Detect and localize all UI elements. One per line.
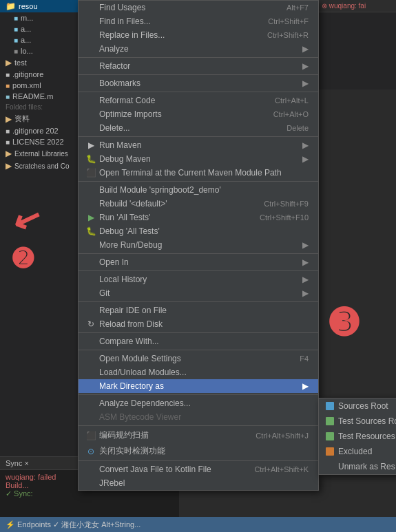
menu-item-optimize_imports[interactable]: Optimize ImportsCtrl+Alt+O — [79, 107, 318, 121]
sidebar-item-resou[interactable]: 📁 resou — [0, 0, 79, 12]
menu-item-open_terminal_at_the_current_m[interactable]: ⬛Open Terminal at the Current Maven Modu… — [79, 166, 318, 180]
sidebar-item-scratches[interactable]: ▶ Scratches and Co — [0, 160, 79, 172]
sidebar-item-folded: Folded files: — [0, 102, 79, 112]
menu-item-label: Debug Maven — [99, 154, 297, 164]
menu-item-local_history[interactable]: Local History▶ — [79, 273, 318, 286]
menu-item-compare_with...[interactable]: Compare With... — [79, 334, 318, 348]
sidebar-item-gitignore2[interactable]: ■ .gitignore 202 — [0, 125, 79, 136]
file-icon: ■ — [14, 47, 18, 55]
menu-item-label: Find Usages — [99, 3, 273, 12]
menu-item-shortcut: Delete — [286, 124, 309, 132]
submenu-item-excluded[interactable]: Excluded — [319, 444, 396, 459]
menu-item-label: Mark Directory as — [99, 381, 297, 391]
menu-item-label: Run Maven — [99, 140, 297, 150]
menu-separator-30 — [79, 332, 318, 333]
sidebar-item-gitignore[interactable]: ■ .gitignore — [0, 69, 79, 80]
right-panel-header: ⊗ wuqiang: fai — [317, 0, 396, 12]
menu-item-shortcut: Ctrl+Shift+R — [267, 31, 309, 39]
menu-item-shortcut: Ctrl+Alt+L — [275, 96, 309, 105]
menu-item-label: Open Module Settings — [99, 354, 286, 363]
submenu-color-indicator — [326, 402, 334, 410]
menu-separator-32 — [79, 350, 318, 350]
menu-item-replace_in_files...[interactable]: Replace in Files...Ctrl+Shift+R — [79, 28, 318, 42]
menu-item-shortcut: Ctrl+Shift+F10 — [260, 213, 309, 222]
sidebar-item-ziliao[interactable]: ▶ 资料 — [0, 112, 79, 125]
menu-item-jrebel[interactable]: JRebel — [79, 476, 318, 490]
menu-item-label: More Run/Debug — [99, 240, 297, 250]
menu-item-asm_bytecode_viewer[interactable]: ASM Bytecode Viewer — [79, 410, 318, 424]
menu-item-rebuild_'<default>'[interactable]: Rebuild '<default>'Ctrl+Shift+F9 — [79, 197, 318, 211]
menu-separator-12 — [79, 136, 318, 137]
menu-item-label: Rebuild '<default>' — [99, 199, 250, 209]
submenu-arrow-icon: ▶ — [302, 275, 309, 284]
menu-item-build_module_'springboot2_demo[interactable]: Build Module 'springboot2_demo' — [79, 183, 318, 197]
menu-item-find_in_files...[interactable]: Find in Files...Ctrl+Shift+F — [79, 14, 318, 28]
menu-item-label: Git — [99, 288, 297, 298]
menu-item-label: Optimize Imports — [99, 109, 260, 119]
submenu-item-label: Excluded — [338, 447, 372, 456]
menu-item-label: ASM Bytecode Viewer — [99, 412, 309, 422]
menu-item-reformat_code[interactable]: Reformat CodeCtrl+Alt+L — [79, 94, 318, 107]
menu-item-label: Repair IDE on File — [99, 306, 309, 315]
menu-item-label: Refactor — [99, 61, 297, 71]
menu-item-load/unload_modules...[interactable]: Load/Unload Modules... — [79, 365, 318, 379]
menu-item-debug_maven[interactable]: 🐛Debug Maven▶ — [79, 152, 318, 166]
sidebar-item-test[interactable]: ▶ test — [0, 56, 79, 69]
submenu-item-test_resources[interactable]: Test Resources — [319, 429, 396, 444]
sidebar-item-a2[interactable]: ■ a... — [0, 34, 79, 45]
menu-separator-42 — [79, 460, 318, 461]
menu-item-label: Analyze — [99, 44, 297, 54]
menu-item-编码规约扫描[interactable]: ⬛编码规约扫描Ctrl+Alt+Shift+J — [79, 427, 318, 443]
sidebar-item-a1[interactable]: ■ a... — [0, 23, 79, 34]
menu-item-git[interactable]: Git▶ — [79, 286, 318, 300]
menu-item-icon: ↻ — [85, 319, 96, 329]
submenu-arrow-icon: ▶ — [302, 288, 309, 298]
menu-item-关闭实时检测功能[interactable]: ⊙关闭实时检测功能 — [79, 443, 318, 459]
menu-item-refactor[interactable]: Refactor▶ — [79, 59, 318, 73]
menu-separator-39 — [79, 425, 318, 426]
menu-item-label: Convert Java File to Kotlin File — [99, 465, 240, 474]
menu-item-repair_ide_on_file[interactable]: Repair IDE on File — [79, 304, 318, 317]
submenu-arrow-icon: ▶ — [302, 240, 309, 250]
menu-item-find_usages[interactable]: Find UsagesAlt+F7 — [79, 1, 318, 14]
menu-item-open_in[interactable]: Open In▶ — [79, 255, 318, 269]
menu-item-bookmarks[interactable]: Bookmarks▶ — [79, 76, 318, 90]
context-menu: Find UsagesAlt+F7Find in Files...Ctrl+Sh… — [78, 0, 319, 491]
menu-item-analyze_dependencies...[interactable]: Analyze Dependencies... — [79, 396, 318, 410]
menu-item-reload_from_disk[interactable]: ↻Reload from Disk — [79, 317, 318, 331]
submenu-arrow-icon: ▶ — [302, 44, 309, 54]
file-icon: ■ — [14, 36, 18, 44]
menu-item-analyze[interactable]: Analyze▶ — [79, 42, 318, 56]
menu-item-label: Compare With... — [99, 337, 309, 346]
submenu-item-test_sources_ro[interactable]: Test Sources Ro — [319, 414, 396, 429]
sidebar: 📁 resou ■ m... ■ a... ■ a... ■ lo... ▶ t… — [0, 0, 79, 532]
menu-item-more_run/debug[interactable]: More Run/Debug▶ — [79, 238, 318, 252]
menu-separator-16 — [79, 181, 318, 182]
menu-item-debug_'all_tests'[interactable]: 🐛Debug 'All Tests' — [79, 224, 318, 238]
menu-item-label: Reformat Code — [99, 96, 261, 105]
menu-item-label: JRebel — [99, 478, 309, 488]
menu-item-run_'all_tests'[interactable]: ▶Run 'All Tests'Ctrl+Shift+F10 — [79, 211, 318, 224]
sidebar-item-pomxml[interactable]: ■ pom.xml — [0, 80, 79, 91]
folder-icon: ▶ — [6, 149, 12, 158]
menu-item-label: Reload from Disk — [99, 319, 309, 329]
sidebar-item-lo[interactable]: ■ lo... — [0, 45, 79, 56]
folder-icon: ▶ — [6, 114, 12, 124]
sidebar-item-m[interactable]: ■ m... — [0, 12, 79, 23]
menu-item-delete...[interactable]: Delete...Delete — [79, 121, 318, 135]
submenu-arrow-icon: ▶ — [302, 257, 309, 267]
menu-item-run_maven[interactable]: ▶Run Maven▶ — [79, 138, 318, 152]
sidebar-item-license[interactable]: ■ LICENSE 2022 — [0, 136, 79, 147]
file-icon: ■ — [6, 71, 10, 78]
menu-item-label: Delete... — [99, 123, 273, 133]
submenu-item-unmark_as_res[interactable]: Unmark as Res — [319, 459, 396, 474]
menu-item-open_module_settings[interactable]: Open Module SettingsF4 — [79, 352, 318, 365]
sidebar-item-ext-lib[interactable]: ▶ External Libraries — [0, 147, 79, 160]
menu-item-shortcut: Ctrl+Alt+O — [273, 110, 309, 118]
menu-item-mark_directory_as[interactable]: Mark Directory as▶ — [79, 379, 318, 393]
menu-separator-6 — [79, 74, 318, 75]
sidebar-item-readme[interactable]: ■ README.m — [0, 91, 79, 102]
submenu-item-label: Test Sources Ro — [338, 416, 396, 426]
menu-item-convert_java_file_to_kotlin_fi[interactable]: Convert Java File to Kotlin FileCtrl+Alt… — [79, 462, 318, 476]
submenu-item-sources_root[interactable]: Sources Root — [319, 398, 396, 414]
